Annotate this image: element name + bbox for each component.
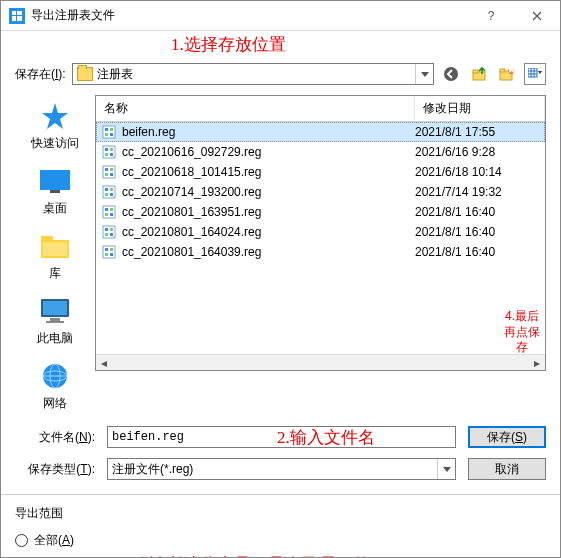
cancel-button[interactable]: 取消 — [468, 458, 546, 480]
svg-rect-47 — [110, 188, 113, 191]
svg-rect-63 — [105, 253, 108, 256]
annotation-1: 1.选择存放位置 — [171, 33, 286, 56]
file-name: cc_20210714_193200.reg — [122, 185, 415, 199]
file-list-header[interactable]: 名称 修改日期 — [96, 96, 545, 122]
save-button[interactable]: 保存(S) — [468, 426, 546, 448]
svg-rect-34 — [110, 133, 113, 136]
close-button[interactable] — [514, 1, 560, 31]
new-folder-button[interactable]: ★ — [496, 63, 518, 85]
svg-rect-31 — [105, 128, 108, 131]
svg-rect-51 — [105, 208, 108, 211]
column-date[interactable]: 修改日期 — [415, 96, 545, 121]
scroll-left-icon[interactable]: ◂ — [96, 355, 112, 370]
reg-file-icon — [102, 245, 116, 259]
savetype-combo[interactable]: 注册文件(*.reg) — [107, 458, 456, 480]
horizontal-scrollbar[interactable]: ◂ ▸ — [96, 354, 545, 370]
svg-rect-62 — [110, 248, 113, 251]
annotation-4: 4.最后 再点保 存 — [504, 309, 540, 356]
place-desktop[interactable]: 桌面 — [15, 166, 95, 217]
svg-rect-30 — [103, 126, 115, 138]
svg-rect-60 — [103, 246, 115, 258]
svg-rect-38 — [105, 153, 108, 156]
svg-rect-3 — [17, 16, 22, 21]
file-date: 2021/8/1 17:55 — [415, 125, 539, 139]
reg-file-icon — [102, 185, 116, 199]
svg-rect-45 — [103, 186, 115, 198]
reg-file-icon — [102, 165, 116, 179]
view-mode-button[interactable] — [524, 63, 546, 85]
svg-rect-0 — [12, 11, 16, 15]
file-date: 2021/7/14 19:32 — [415, 185, 539, 199]
svg-rect-18 — [50, 190, 60, 193]
svg-rect-33 — [105, 133, 108, 136]
file-row[interactable]: cc_20210801_163951.reg2021/8/1 16:40 — [96, 202, 545, 222]
svg-rect-8 — [500, 69, 505, 72]
reg-file-icon — [102, 125, 116, 139]
reg-file-icon — [102, 205, 116, 219]
svg-rect-43 — [105, 173, 108, 176]
scroll-right-icon[interactable]: ▸ — [529, 355, 545, 370]
title-bar: 导出注册表文件 ? — [1, 1, 560, 31]
file-name: cc_20210801_164024.reg — [122, 225, 415, 239]
svg-rect-49 — [110, 193, 113, 196]
svg-rect-1 — [17, 11, 22, 15]
svg-rect-37 — [110, 148, 113, 151]
export-range-group: 导出范围 全部(A) 所选分支(E) 3.确认所选分支是否是自己需要的 OFTW… — [1, 505, 560, 558]
chevron-down-icon[interactable] — [437, 459, 455, 479]
file-row[interactable]: cc_20210714_193200.reg2021/7/14 19:32 — [96, 182, 545, 202]
place-quick-access[interactable]: 快速访问 — [15, 101, 95, 152]
location-combo[interactable]: 注册表 — [72, 63, 434, 85]
file-name: cc_20210801_164039.reg — [122, 245, 415, 259]
file-row[interactable]: cc_20210801_164039.reg2021/8/1 16:40 — [96, 242, 545, 262]
file-name: cc_20210618_101415.reg — [122, 165, 415, 179]
folder-icon — [77, 67, 93, 81]
column-name[interactable]: 名称 — [96, 96, 415, 121]
svg-marker-16 — [42, 103, 68, 129]
svg-rect-25 — [46, 321, 64, 323]
svg-rect-42 — [110, 168, 113, 171]
back-button[interactable] — [440, 63, 462, 85]
savein-label: 保存在(I): — [15, 66, 66, 83]
svg-rect-58 — [105, 233, 108, 236]
svg-rect-6 — [473, 70, 478, 73]
file-date: 2021/8/1 16:40 — [415, 205, 539, 219]
filename-label: 文件名(N): — [15, 429, 95, 446]
savetype-value: 注册文件(*.reg) — [108, 461, 437, 478]
savetype-label: 保存类型(T): — [15, 461, 95, 478]
svg-text:★: ★ — [506, 66, 516, 76]
svg-rect-35 — [103, 146, 115, 158]
file-row[interactable]: cc_20210618_101415.reg2021/6/18 10:14 — [96, 162, 545, 182]
filename-input[interactable] — [107, 426, 456, 448]
reg-file-icon — [102, 225, 116, 239]
reg-file-icon — [102, 145, 116, 159]
window-title: 导出注册表文件 — [31, 7, 468, 24]
svg-rect-52 — [110, 208, 113, 211]
svg-rect-23 — [43, 301, 67, 315]
place-libraries[interactable]: 库 — [15, 231, 95, 282]
svg-rect-36 — [105, 148, 108, 151]
file-list-pane: 名称 修改日期 beifen.reg2021/8/1 17:55cc_20210… — [95, 95, 546, 371]
file-row[interactable]: cc_20210801_164024.reg2021/8/1 16:40 — [96, 222, 545, 242]
file-list[interactable]: beifen.reg2021/8/1 17:55cc_20210616_0927… — [96, 122, 545, 370]
annotation-3: 3.确认所选分支是否是自己需要的 — [119, 553, 370, 558]
svg-rect-41 — [105, 168, 108, 171]
file-row[interactable]: beifen.reg2021/8/1 17:55 — [96, 122, 545, 142]
radio-all[interactable]: 全部(A) — [15, 532, 546, 549]
up-button[interactable] — [468, 63, 490, 85]
svg-rect-21 — [43, 242, 67, 256]
file-name: beifen.reg — [122, 125, 415, 139]
place-this-pc[interactable]: 此电脑 — [15, 296, 95, 347]
chevron-down-icon[interactable] — [415, 64, 433, 84]
svg-rect-55 — [103, 226, 115, 238]
place-network[interactable]: 网络 — [15, 361, 95, 412]
svg-rect-11 — [528, 68, 537, 77]
svg-rect-59 — [110, 233, 113, 236]
svg-rect-54 — [110, 213, 113, 216]
app-icon — [9, 8, 25, 24]
file-name: cc_20210616_092729.reg — [122, 145, 415, 159]
export-range-label: 导出范围 — [15, 505, 546, 522]
svg-rect-53 — [105, 213, 108, 216]
svg-rect-20 — [41, 236, 53, 242]
help-button[interactable]: ? — [468, 1, 514, 31]
file-row[interactable]: cc_20210616_092729.reg2021/6/16 9:28 — [96, 142, 545, 162]
